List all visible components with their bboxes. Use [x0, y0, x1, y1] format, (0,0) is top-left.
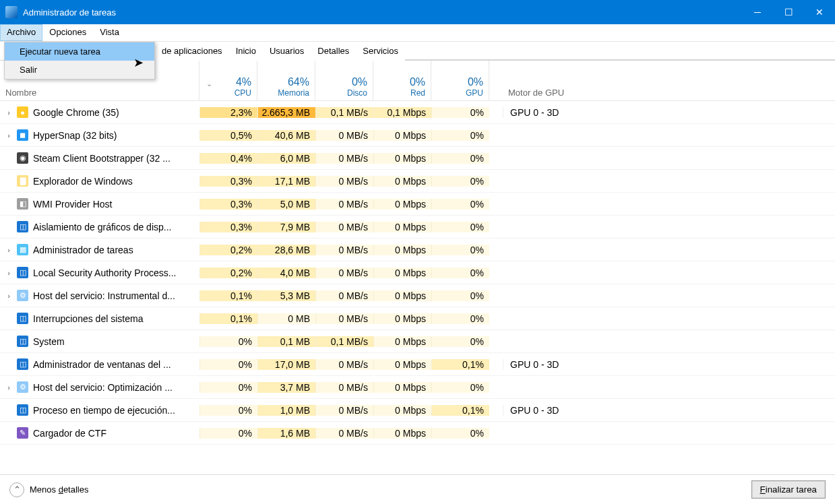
cell-net: 0 Mbps: [373, 222, 431, 232]
cell-net: 0 Mbps: [373, 153, 431, 164]
process-name: Host del servicio: Instrumental d...: [33, 290, 175, 301]
process-row[interactable]: ◫ Interrupciones del sistema 0,1% 0 MB 0…: [0, 307, 835, 330]
end-task-button[interactable]: Finalizar tarea: [751, 480, 826, 499]
footer: ⌃ Menos detalles Finalizar tarea: [0, 474, 835, 504]
menu-archivo[interactable]: Archivo: [0, 24, 42, 41]
cell-net: 0 Mbps: [373, 313, 431, 324]
cell-net: 0 Mbps: [373, 359, 431, 370]
expand-chevron-icon[interactable]: [5, 223, 12, 231]
process-row[interactable]: › ◼ HyperSnap (32 bits) 0,5% 40,6 MB 0 M…: [0, 124, 835, 147]
process-name: Steam Client Bootstrapper (32 ...: [33, 153, 171, 164]
close-button[interactable]: ✕: [804, 0, 835, 24]
expand-chevron-icon[interactable]: [5, 177, 12, 185]
tab-services[interactable]: Servicios: [356, 42, 405, 61]
process-row[interactable]: ▇ Explorador de Windows 0,3% 17,1 MB 0 M…: [0, 170, 835, 193]
col-gpu[interactable]: 0% GPU: [431, 61, 489, 100]
col-memory[interactable]: 64% Memoria: [257, 61, 315, 100]
cell-disk: 0 MB/s: [315, 405, 373, 416]
process-icon: ◫: [17, 221, 28, 232]
process-row[interactable]: › ⚙ Host del servicio: Optimización ... …: [0, 376, 835, 399]
col-disk[interactable]: 0% Disco: [315, 61, 373, 100]
menu-opciones[interactable]: Opciones: [42, 24, 93, 41]
fewer-details-button[interactable]: ⌃ Menos detalles: [9, 482, 88, 497]
process-icon: ◫: [17, 336, 28, 347]
cell-memory: 0 MB: [257, 313, 315, 324]
menu-vista[interactable]: Vista: [93, 24, 126, 41]
cell-cpu: 0,4%: [199, 153, 257, 164]
expand-chevron-icon[interactable]: ›: [5, 108, 12, 117]
expand-chevron-icon[interactable]: ›: [5, 131, 12, 139]
process-row[interactable]: ◫ System 0% 0,1 MB 0,1 MB/s 0 Mbps 0%: [0, 330, 835, 353]
col-network[interactable]: 0% Red: [373, 61, 431, 100]
cell-cpu: 0%: [199, 382, 257, 393]
cell-memory: 3,7 MB: [257, 382, 315, 393]
tab-users[interactable]: Usuarios: [263, 42, 311, 61]
expand-chevron-icon[interactable]: [5, 338, 12, 346]
cell-cpu: 0,3%: [199, 199, 257, 210]
process-row[interactable]: ✎ Cargador de CTF 0% 1,6 MB 0 MB/s 0 Mbp…: [0, 422, 835, 445]
process-row[interactable]: ◉ Steam Client Bootstrapper (32 ... 0,4%…: [0, 147, 835, 170]
process-icon: ◼: [17, 129, 28, 141]
process-list[interactable]: › ● Google Chrome (35) 2,3% 2.665,3 MB 0…: [0, 101, 835, 458]
process-row[interactable]: › ◫ Local Security Authority Process... …: [0, 261, 835, 284]
expand-chevron-icon[interactable]: [5, 429, 12, 437]
cell-memory: 6,0 MB: [257, 153, 315, 164]
cell-memory: 1,6 MB: [257, 428, 315, 439]
cell-disk: 0 MB/s: [315, 290, 373, 301]
expand-chevron-icon[interactable]: ›: [5, 383, 12, 391]
minimize-button[interactable]: ─: [742, 0, 773, 24]
expand-chevron-icon[interactable]: [5, 360, 12, 369]
cell-disk: 0 MB/s: [315, 359, 373, 370]
cell-cpu: 0,3%: [199, 176, 257, 187]
tab-app-history[interactable]: de aplicaciones: [155, 42, 229, 61]
tab-details[interactable]: Detalles: [311, 42, 356, 61]
cell-gpu: 0%: [431, 107, 489, 118]
expand-chevron-icon[interactable]: ›: [5, 246, 12, 254]
cell-cpu: 0,3%: [199, 222, 257, 232]
process-name: Host del servicio: Optimización ...: [33, 382, 173, 393]
process-row[interactable]: ◫ Proceso en tiempo de ejecución... 0% 1…: [0, 399, 835, 422]
process-row[interactable]: › ▩ Administrador de tareas 0,2% 28,6 MB…: [0, 239, 835, 261]
cell-cpu: 0,2%: [199, 267, 257, 278]
title-bar: Administrador de tareas ─ ☐ ✕: [0, 0, 835, 24]
cell-gpu: 0,1%: [431, 405, 489, 416]
expand-chevron-icon[interactable]: ›: [5, 292, 12, 300]
menu-exit[interactable]: Salir: [5, 61, 154, 79]
cell-memory: 5,3 MB: [257, 290, 315, 301]
cell-gpu-engine: GPU 0 - 3D: [503, 359, 835, 370]
process-name: Aislamiento de gráficos de disp...: [33, 222, 171, 232]
process-name: Google Chrome (35): [33, 107, 119, 118]
expand-chevron-icon[interactable]: [5, 406, 12, 414]
menu-run-new-task[interactable]: Ejecutar nueva tarea: [5, 42, 154, 61]
cell-net: 0 Mbps: [373, 428, 431, 439]
col-gpu-engine[interactable]: Motor de GPU: [503, 61, 835, 100]
process-row[interactable]: ◧ WMI Provider Host 0,3% 5,0 MB 0 MB/s 0…: [0, 193, 835, 216]
process-name: System: [33, 336, 65, 347]
cell-disk: 0,1 MB/s: [315, 336, 373, 347]
cell-gpu: 0%: [431, 199, 489, 210]
expand-chevron-icon[interactable]: [5, 315, 12, 323]
process-row[interactable]: › ● Google Chrome (35) 2,3% 2.665,3 MB 0…: [0, 101, 835, 124]
process-row[interactable]: ◫ Administrador de ventanas del ... 0% 1…: [0, 353, 835, 376]
sort-indicator-icon: ⌄: [206, 80, 212, 88]
cell-net: 0 Mbps: [373, 267, 431, 278]
process-name: Proceso en tiempo de ejecución...: [33, 405, 175, 416]
process-row[interactable]: ◫ Aislamiento de gráficos de disp... 0,3…: [0, 216, 835, 239]
maximize-button[interactable]: ☐: [773, 0, 804, 24]
cell-gpu: 0%: [431, 176, 489, 187]
expand-chevron-icon[interactable]: [5, 200, 12, 208]
cell-gpu: 0%: [431, 222, 489, 232]
cell-cpu: 0%: [199, 428, 257, 439]
window-title: Administrador de tareas: [23, 7, 116, 18]
process-row[interactable]: › ⚙ Host del servicio: Instrumental d...…: [0, 284, 835, 307]
expand-chevron-icon[interactable]: [5, 154, 12, 162]
tab-startup[interactable]: Inicio: [229, 42, 263, 61]
cell-net: 0 Mbps: [373, 382, 431, 393]
expand-chevron-icon[interactable]: ›: [5, 269, 12, 277]
cell-memory: 40,6 MB: [257, 130, 315, 141]
process-name: Administrador de tareas: [33, 245, 133, 255]
cell-cpu: 0,5%: [199, 130, 257, 141]
cell-disk: 0 MB/s: [315, 313, 373, 324]
cell-disk: 0 MB/s: [315, 382, 373, 393]
process-name: Administrador de ventanas del ...: [33, 359, 171, 370]
